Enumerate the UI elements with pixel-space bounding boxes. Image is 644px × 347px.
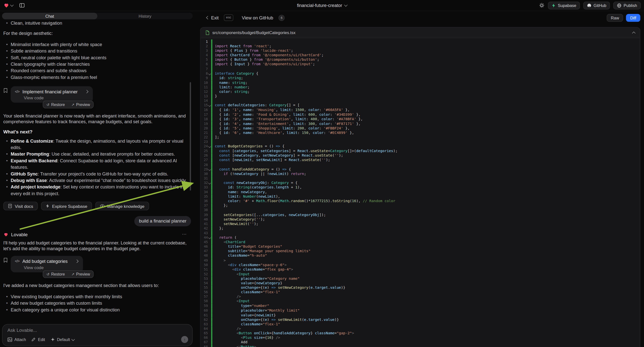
code-line: 39 setCategories([...categories, newCate… [200,212,640,217]
publish-button[interactable]: Publish [614,2,641,9]
bookmark-button[interactable] [3,257,8,263]
message-menu-button[interactable]: ⋯ [180,231,190,238]
image-icon [8,337,12,342]
code-line: 37 }; [200,203,640,208]
publish-label: Publish [624,3,637,8]
panel-toggle-icon [20,3,25,8]
github-button[interactable]: GitHub [583,2,610,9]
code-line: 28 [200,162,640,167]
raw-button[interactable]: Raw [607,14,623,22]
list-item: View existing budget categories with the… [11,293,191,300]
quick-actions: Visit docs Explore Supabase Manage knowl… [3,202,191,210]
github-icon [587,3,592,8]
lovable-heart-icon [3,2,10,8]
list-item: GitHub Sync: Transfer your project's cod… [11,170,191,177]
collapse-file-button[interactable] [632,30,635,36]
restore-icon: ↺ [46,272,49,276]
code-line: 67 Add [200,340,640,345]
project-switcher[interactable]: financial-future-creator [297,3,347,8]
view-code-link[interactable]: View code [24,265,78,270]
view-on-github-link[interactable]: View on GitHub [240,15,276,20]
code-line: 12 color: string; [200,90,640,94]
gear-icon [539,2,545,8]
tab-chat[interactable]: Chat [2,13,97,19]
sidebar-toggle-button[interactable] [20,3,25,8]
code-line: 60 placeholder="Monthly limit" [200,308,640,313]
edit-button[interactable]: Edit [31,337,45,342]
code-line: 57 /> [200,294,640,299]
list-item: Subtle animations and transitions [11,48,191,54]
code-line: 21 { id: '6', name: 'Healthcare', limit:… [200,130,640,135]
code-line: 64 /> [200,326,640,331]
code-line: 35 limit: Number(newLimit), [200,194,640,199]
send-button[interactable]: ↑ [181,336,188,343]
visit-docs-button[interactable]: Visit docs [3,202,38,210]
assistant-paragraph: I've added a new budget categories manag… [3,282,191,288]
esc-shortcut-badge: esc [224,14,233,21]
tool-call-block-1: </> Implement financial planner View cod… [3,86,191,108]
exit-button[interactable]: Exit [204,15,221,20]
mode-selector[interactable]: Default [50,337,74,342]
list-item: Soft, neutral color palette with light b… [11,54,191,61]
code-line: 45 <ChartCard [200,240,640,244]
preview-button[interactable]: ↗ Preview [68,101,93,108]
preview-button[interactable]: ↗ Preview [68,270,93,278]
tool-card[interactable]: </> Add budget categories View code [11,256,83,272]
list-item: Master Prompting: Use clear, detailed, a… [11,151,191,157]
code-panel-header: Exit esc View on GitHub 6 Raw Diff [200,14,640,22]
code-body[interactable]: 12import React from 'react';3import { Pl… [200,38,640,347]
view-code-link[interactable]: View code [24,95,88,100]
code-line: 20 { id: '5', name: 'Shopping', limit: 2… [200,126,640,130]
assistant-header: Lovable ⋯ [3,231,191,238]
code-line: 62 onChange={(e) => setNewLimit(e.target… [200,318,640,322]
list-item: Clean typography with clear hierarchies [11,61,191,67]
restore-button[interactable]: ↺ Restore [43,270,68,278]
tab-history[interactable]: History [97,13,193,19]
diff-button[interactable]: Diff [626,14,640,22]
list-item: Rounded corners and subtle shadows [11,68,191,74]
code-line: 53 placeholder="Category name" [200,276,640,281]
lovable-logo-menu[interactable] [3,2,13,8]
external-link-icon: ↗ [72,102,74,107]
manage-knowledge-button[interactable]: Manage knowledge [95,202,149,210]
edit-label: Edit [38,337,45,342]
code-line: 27 const [newLimit, setNewLimit] = React… [200,158,640,162]
code-line: 16 { id: '1', name: 'Housing', limit: 15… [200,108,640,112]
code-line: 22]; [200,135,640,140]
composer-toolbar: Attach Edit Default [8,336,188,343]
supabase-button[interactable]: Supabase [548,2,580,9]
explore-supabase-button[interactable]: Explore Supabase [41,202,92,210]
tool-card[interactable]: </> Implement financial planner View cod… [11,86,93,103]
restore-icon: ↺ [46,102,49,107]
list-item: Clean, intuitive navigation [11,20,191,26]
list-item: Minimalist interface with plenty of whit… [11,41,191,48]
code-line: 55 onChange={(e) => setNewCategory(e.tar… [200,286,640,290]
file-header[interactable]: src/components/budget/BudgetCategories.t… [200,28,640,38]
chat-message-list[interactable]: Clean, intuitive navigation For the desi… [0,20,196,320]
tool-actions: ↺ Restore ↗ Preview [43,100,94,108]
whats-next-heading: What's next? [3,130,191,135]
bookmark-button[interactable] [3,87,8,93]
bookmark-icon [3,88,8,93]
docs-icon [8,204,12,208]
settings-button[interactable] [539,2,545,8]
restore-button[interactable]: ↺ Restore [43,101,68,108]
project-name: financial-future-creator [297,3,342,8]
chat-scrollbar-thumb[interactable] [190,82,191,191]
code-line: 51 <div className="flex gap-4"> [200,267,640,272]
chevron-down-icon [72,337,75,341]
external-link-icon: ↗ [72,272,74,276]
code-line: 3import { Plus } from 'lucide-react'; [200,48,640,53]
chat-input[interactable] [8,328,188,333]
mode-label: Default [57,337,70,342]
chat-panel: Chat History Clean, intuitive navigation… [0,11,196,347]
user-message: build a financial planner [134,216,191,226]
code-line: 11 limit: number; [200,85,640,89]
list-item: Debug with Ease: Activate our experiment… [11,177,191,184]
attach-button[interactable]: Attach [8,337,26,342]
code-line: 26 const [newCategory, setNewCategory] =… [200,153,640,158]
assistant-paragraph: I'll help you add budget categories to t… [3,240,191,252]
code-line: 29 const handleAddCategory = () => { [200,167,640,172]
list-item: Refine & Customize: Tweak the design, an… [11,138,191,151]
changes-count-badge: 6 [278,15,285,21]
